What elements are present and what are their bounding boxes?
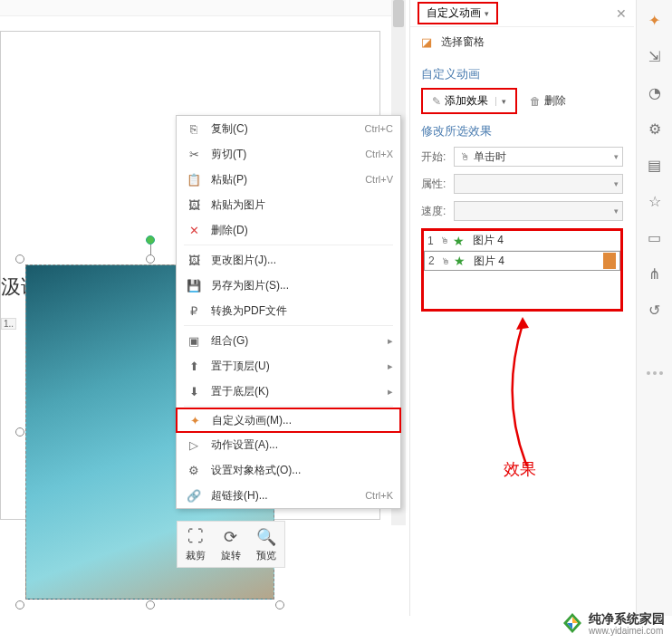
- effect-name: 图片 4: [469, 233, 617, 248]
- start-combo[interactable]: 🖱 单击时 ▾: [454, 147, 623, 167]
- rail-settings-icon[interactable]: ⚙: [646, 120, 664, 138]
- top-bar: [0, 0, 406, 16]
- menu-custom-animation[interactable]: ✦ 自定义动画(M)...: [176, 408, 401, 433]
- panel-title-dropdown[interactable]: 自定义动画 ▾: [418, 2, 498, 24]
- crop-icon: ⛶: [179, 527, 212, 547]
- effect-number: 2: [428, 254, 441, 267]
- chevron-down-icon: ▾: [614, 179, 619, 188]
- modify-section-label: 修改所选效果: [421, 123, 623, 139]
- chevron-down-icon: ▾: [614, 206, 619, 216]
- menu-paste-label: 粘贴(P): [211, 172, 365, 187]
- menu-group[interactable]: ▣ 组合(G) ▸: [177, 328, 400, 353]
- delete-effect-label: 删除: [544, 93, 566, 109]
- panel-header: 自定义动画 ▾ ✕: [410, 0, 634, 27]
- save-pic-icon: 💾: [186, 277, 202, 293]
- trash-icon: 🗑: [530, 95, 541, 108]
- menu-paste-as-pic[interactable]: 🖼 粘贴为图片: [177, 192, 400, 217]
- rail-layout-icon[interactable]: ▭: [646, 228, 664, 246]
- handle-bm[interactable]: [146, 600, 155, 609]
- menu-to-pdf[interactable]: ₽ 转换为PDF文件: [177, 298, 400, 323]
- right-rail: ✦ ⇲ ◔ ⚙ ▤ ☆ ▭ ⋔ ↺: [636, 0, 672, 616]
- menu-format-object-label: 设置对象格式(O)...: [211, 463, 393, 478]
- menu-copy-label: 复制(C): [211, 121, 365, 137]
- delete-icon: ✕: [186, 222, 202, 238]
- group-icon: ▣: [186, 332, 202, 349]
- watermark: 纯净系统家园 www.yidaimei.com: [560, 610, 665, 636]
- property-combo: ▾: [454, 174, 623, 194]
- add-effect-label: 添加效果: [445, 93, 488, 109]
- watermark-text: 纯净系统家园: [589, 611, 665, 628]
- handle-ml[interactable]: [15, 427, 24, 437]
- menu-send-back[interactable]: ⬇ 置于底层(K) ▸: [177, 379, 400, 404]
- menu-hyperlink[interactable]: 🔗 超链接(H)... Ctrl+K: [177, 483, 400, 508]
- menu-separator-2: [184, 325, 393, 326]
- menu-copy[interactable]: ⎘ 复制(C) Ctrl+C: [177, 116, 400, 141]
- effect-number: 1: [427, 235, 440, 247]
- rail-share-icon[interactable]: ⋔: [646, 264, 664, 283]
- menu-cut-label: 剪切(T): [211, 147, 365, 162]
- clipboard-icon: 📋: [186, 171, 202, 187]
- handle-tl[interactable]: [15, 254, 24, 264]
- delete-effect-button[interactable]: 🗑 删除: [524, 90, 571, 112]
- mouse-click-icon: 🖱: [440, 235, 453, 245]
- rail-export-icon[interactable]: ⇲: [646, 47, 664, 65]
- rail-more-icon[interactable]: [647, 371, 663, 375]
- scrollbar-thumb[interactable]: [393, 0, 404, 27]
- slide-number: 1..: [1, 318, 16, 330]
- start-row: 开始: 🖱 单击时 ▾: [421, 147, 623, 167]
- menu-bring-front[interactable]: ⬆ 置于顶层(U) ▸: [177, 353, 400, 379]
- crop-button[interactable]: ⛶ 裁剪: [179, 527, 212, 562]
- menu-paste-as-pic-label: 粘贴为图片: [211, 197, 393, 213]
- send-back-icon: ⬇: [186, 383, 202, 399]
- rotate-label: 旋转: [215, 549, 247, 562]
- handle-tm[interactable]: [146, 254, 155, 264]
- effect-row-selected[interactable]: 2 🖱 ★ 图片 4: [424, 251, 620, 271]
- rail-animation-icon[interactable]: ✦: [646, 11, 664, 29]
- menu-change-pic[interactable]: 🖼 更改图片(J)...: [177, 247, 400, 273]
- custom-anim-section-label: 自定义动画: [421, 66, 623, 82]
- menu-paste[interactable]: 📋 粘贴(P) Ctrl+V: [177, 167, 400, 192]
- logo-icon: [560, 610, 585, 636]
- menu-separator: [184, 245, 393, 245]
- close-button[interactable]: ✕: [616, 6, 627, 21]
- rail-history-icon[interactable]: ↺: [646, 301, 664, 319]
- start-label: 开始:: [421, 149, 454, 165]
- bring-front-icon: ⬆: [186, 358, 202, 374]
- effect-row[interactable]: 1 🖱 ★ 图片 4: [424, 231, 620, 251]
- menu-cut[interactable]: ✂ 剪切(T) Ctrl+X: [177, 141, 400, 167]
- copy-icon: ⎘: [186, 120, 202, 137]
- menu-save-as-pic[interactable]: 💾 另存为图片(S)...: [177, 273, 400, 298]
- star-icon: ★: [453, 234, 469, 248]
- rail-tools-icon[interactable]: ◔: [646, 83, 664, 101]
- menu-delete[interactable]: ✕ 删除(D): [177, 217, 400, 243]
- menu-copy-shortcut: Ctrl+C: [365, 123, 393, 134]
- submenu-arrow-icon: ▸: [388, 335, 393, 347]
- select-pane-button[interactable]: ◪ 选择窗格: [410, 27, 634, 57]
- menu-hyperlink-shortcut: Ctrl+K: [365, 490, 393, 501]
- preview-button[interactable]: 🔍 预览: [250, 527, 283, 562]
- magnify-icon: 🔍: [250, 527, 283, 547]
- rail-template-icon[interactable]: ▤: [646, 156, 664, 174]
- menu-paste-shortcut: Ctrl+V: [365, 174, 393, 185]
- rotate-button[interactable]: ⟳ 旋转: [215, 527, 247, 562]
- handle-bl[interactable]: [15, 600, 24, 609]
- mouse-click-icon: 🖱: [460, 151, 470, 162]
- property-row: 属性: ▾: [421, 174, 623, 194]
- handle-br[interactable]: [275, 600, 284, 609]
- rotate-handle[interactable]: [146, 235, 155, 245]
- menu-format-object[interactable]: ⚙ 设置对象格式(O)...: [177, 457, 400, 483]
- animation-pane: 自定义动画 ▾ ✕ ◪ 选择窗格 自定义动画 ✎ 添加效果 ▾ 🗑 删除 修改所…: [409, 0, 634, 616]
- menu-action-settings[interactable]: ▷ 动作设置(A)...: [177, 432, 400, 457]
- picture-paste-icon: 🖼: [186, 197, 202, 213]
- effect-dropdown-handle[interactable]: [603, 253, 616, 269]
- speed-label: 速度:: [421, 204, 454, 219]
- rail-favorite-icon[interactable]: ☆: [646, 192, 664, 210]
- context-menu: ⎘ 复制(C) Ctrl+C ✂ 剪切(T) Ctrl+X 📋 粘贴(P) Ct…: [176, 115, 401, 509]
- pencil-icon: ✎: [432, 95, 441, 108]
- add-effect-button[interactable]: ✎ 添加效果 ▾: [421, 88, 517, 114]
- menu-to-pdf-label: 转换为PDF文件: [211, 303, 393, 319]
- chevron-down-icon: ▾: [485, 9, 489, 18]
- scissors-icon: ✂: [186, 146, 202, 162]
- effect-list: 1 🖱 ★ 图片 4 2 🖱 ★ 图片 4: [421, 228, 623, 312]
- property-label: 属性:: [421, 177, 454, 192]
